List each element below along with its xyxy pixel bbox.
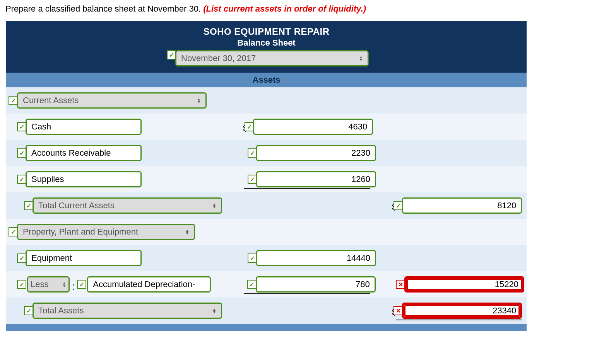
accdep-input[interactable]: 780: [256, 276, 376, 293]
accdep-label: Accumulated Depreciation-: [93, 279, 195, 289]
ppe-net-input[interactable]: 15220: [404, 276, 524, 293]
check-icon: ✓: [248, 148, 257, 158]
check-icon: ✓: [9, 227, 18, 236]
equipment-value: 14440: [347, 253, 370, 263]
row-equipment: ✓ Equipment ✓ 14440: [6, 245, 527, 271]
stepper-icon: ▲▼: [212, 203, 216, 208]
assets-section-header: Assets: [6, 73, 527, 87]
check-icon: ✓: [394, 201, 403, 210]
supplies-input[interactable]: 1260: [256, 171, 376, 187]
check-icon: ✓: [17, 253, 26, 263]
subtotal-underline: [244, 293, 370, 294]
sheet-title: Balance Sheet: [6, 38, 527, 48]
instruction-main: Prepare a classified balance sheet at No…: [5, 4, 203, 14]
ar-input[interactable]: 2230: [256, 145, 376, 161]
cash-input[interactable]: 4630: [253, 119, 373, 135]
balance-sheet: SOHO EQUIPMENT REPAIR Balance Sheet ✓ No…: [6, 21, 527, 331]
row-total-current-assets: ✓ Total Current Assets ▲▼ $ ✓ 8120: [6, 192, 527, 219]
check-icon: ✓: [248, 253, 257, 263]
stepper-icon: ▲▼: [212, 308, 216, 313]
ar-label: Accounts Receivable: [31, 148, 111, 158]
total-current-input[interactable]: 8120: [402, 197, 522, 214]
check-icon: ✓: [17, 122, 26, 131]
less-label: Less: [31, 279, 48, 289]
ar-value: 2230: [351, 148, 370, 158]
check-icon: ✓: [167, 50, 176, 60]
check-icon: ✓: [24, 306, 33, 315]
check-icon: ✓: [24, 201, 33, 210]
row-ppe-header: ✓ Property, Plant and Equipment ▲▼: [6, 219, 527, 245]
date-select[interactable]: November 30, 2017 ▲▼: [175, 50, 369, 66]
ppe-label: Property, Plant and Equipment: [23, 227, 138, 237]
row-supplies: ✓ Supplies ✓ 1260: [6, 166, 527, 192]
row-cash: ✓ Cash $ ✓ 4630: [6, 114, 527, 140]
current-assets-select[interactable]: Current Assets ▲▼: [17, 92, 207, 109]
cash-select[interactable]: Cash: [26, 119, 142, 135]
row-accounts-receivable: ✓ Accounts Receivable ✓ 2230: [6, 140, 527, 166]
supplies-value: 1260: [351, 174, 370, 184]
ppe-select[interactable]: Property, Plant and Equipment ▲▼: [17, 224, 195, 240]
cash-value: 4630: [348, 122, 367, 132]
assets-rows: ✓ Current Assets ▲▼ ✓ Cash $ ✓ 46: [6, 87, 527, 324]
check-icon: ✓: [17, 148, 26, 158]
stepper-icon: ▲▼: [359, 56, 363, 61]
equipment-label: Equipment: [31, 253, 72, 263]
total-current-label: Total Current Assets: [38, 201, 115, 211]
supplies-label: Supplies: [31, 174, 64, 184]
stepper-icon: ▲▼: [185, 229, 189, 235]
total-assets-input[interactable]: 23340: [402, 303, 522, 319]
check-icon: ✓: [248, 175, 257, 184]
instruction-text: Prepare a classified balance sheet at No…: [5, 4, 592, 14]
colon-separator: :: [72, 281, 75, 293]
x-icon: ✕: [394, 306, 403, 315]
total-assets-select[interactable]: Total Assets ▲▼: [33, 303, 222, 319]
total-current-value: 8120: [497, 201, 516, 211]
ppe-net-value: 15220: [495, 279, 518, 289]
total-current-select[interactable]: Total Current Assets ▲▼: [33, 197, 222, 214]
cash-label: Cash: [31, 122, 51, 132]
subtotal-underline: [244, 188, 370, 189]
row-accumulated-depreciation: ✓ Less ▲▼ : ✓ Accumulated Depreciation- …: [6, 271, 527, 298]
total-assets-value: 23340: [493, 306, 516, 316]
accdep-value: 780: [356, 279, 370, 289]
less-select[interactable]: Less ▲▼: [27, 276, 70, 293]
ar-select[interactable]: Accounts Receivable: [26, 145, 142, 161]
stepper-icon: ▲▼: [62, 282, 66, 287]
supplies-select[interactable]: Supplies: [26, 171, 142, 187]
check-icon: ✓: [17, 175, 26, 184]
accdep-select[interactable]: Accumulated Depreciation-: [87, 276, 211, 293]
date-value: November 30, 2017: [181, 53, 256, 63]
total-assets-label: Total Assets: [38, 306, 84, 316]
check-icon: ✓: [247, 280, 257, 289]
stepper-icon: ▲▼: [197, 98, 201, 103]
check-icon: ✓: [245, 122, 254, 131]
row-current-assets: ✓ Current Assets ▲▼: [6, 87, 527, 114]
equipment-input[interactable]: 14440: [256, 250, 376, 266]
total-underline: [396, 320, 522, 320]
sheet-header: SOHO EQUIPMENT REPAIR Balance Sheet ✓ No…: [6, 21, 527, 73]
instruction-hint: (List current assets in order of liquidi…: [203, 4, 366, 14]
check-icon: ✓: [17, 280, 26, 289]
row-total-assets: ✓ Total Assets ▲▼ $ ✕ 23340: [6, 298, 527, 324]
x-icon: ✕: [396, 280, 405, 289]
current-assets-label: Current Assets: [23, 95, 79, 105]
equipment-select[interactable]: Equipment: [26, 250, 142, 266]
check-icon: ✓: [77, 280, 86, 289]
footer-band: [6, 324, 527, 331]
company-name: SOHO EQUIPMENT REPAIR: [6, 26, 527, 37]
check-icon: ✓: [9, 96, 18, 105]
